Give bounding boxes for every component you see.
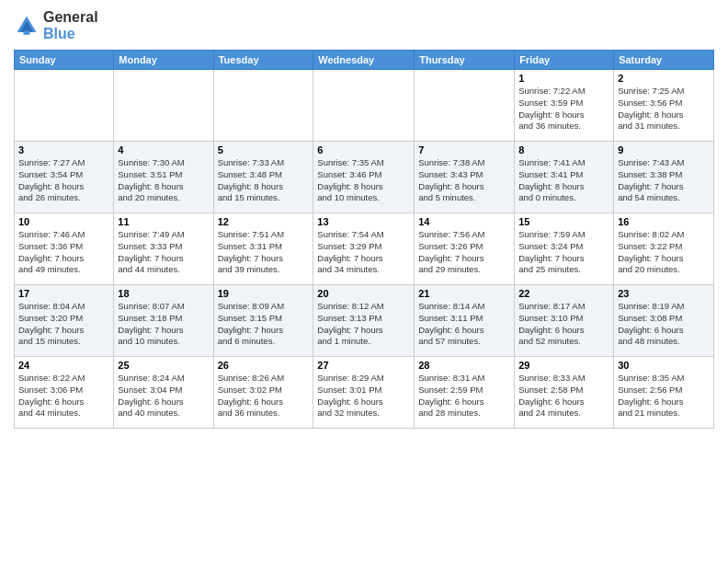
calendar-week-row: 24Sunrise: 8:22 AM Sunset: 3:06 PM Dayli… [15,357,714,429]
day-info: Sunrise: 7:35 AM Sunset: 3:46 PM Dayligh… [317,157,410,204]
calendar-cell: 8Sunrise: 7:41 AM Sunset: 3:41 PM Daylig… [515,142,614,213]
calendar-cell: 16Sunrise: 8:02 AM Sunset: 3:22 PM Dayli… [614,213,714,285]
day-number: 24 [18,360,109,371]
day-number: 30 [618,360,710,371]
header: General Blue [14,9,714,42]
calendar-cell: 13Sunrise: 7:54 AM Sunset: 3:29 PM Dayli… [313,213,415,285]
calendar-cell: 14Sunrise: 7:56 AM Sunset: 3:26 PM Dayli… [415,213,515,285]
day-info: Sunrise: 8:22 AM Sunset: 3:06 PM Dayligh… [18,373,109,419]
day-info: Sunrise: 7:22 AM Sunset: 3:59 PM Dayligh… [518,86,609,132]
day-info: Sunrise: 8:26 AM Sunset: 3:02 PM Dayligh… [218,373,310,419]
day-number: 18 [118,288,209,299]
calendar-cell: 27Sunrise: 8:29 AM Sunset: 3:01 PM Dayli… [313,357,415,429]
calendar-cell: 26Sunrise: 8:26 AM Sunset: 3:02 PM Dayli… [213,357,313,429]
logo-icon [14,13,40,39]
day-info: Sunrise: 8:07 AM Sunset: 3:18 PM Dayligh… [118,301,209,348]
calendar-cell: 30Sunrise: 8:35 AM Sunset: 2:56 PM Dayli… [614,357,714,429]
day-number: 4 [118,144,209,155]
calendar-cell: 19Sunrise: 8:09 AM Sunset: 3:15 PM Dayli… [213,285,313,357]
page-container: General Blue SundayMondayTuesdayWednesda… [0,0,728,433]
day-info: Sunrise: 7:59 AM Sunset: 3:24 PM Dayligh… [518,229,609,276]
calendar-cell: 3Sunrise: 7:27 AM Sunset: 3:54 PM Daylig… [15,142,114,213]
day-number: 23 [618,288,710,299]
day-info: Sunrise: 7:54 AM Sunset: 3:29 PM Dayligh… [317,229,410,276]
calendar-cell: 15Sunrise: 7:59 AM Sunset: 3:24 PM Dayli… [515,213,614,285]
weekday-header: Sunday [15,51,114,70]
weekday-header: Friday [515,51,614,70]
calendar-week-row: 3Sunrise: 7:27 AM Sunset: 3:54 PM Daylig… [15,142,714,213]
day-info: Sunrise: 8:29 AM Sunset: 3:01 PM Dayligh… [317,373,410,419]
day-number: 7 [418,144,510,155]
calendar-table: SundayMondayTuesdayWednesdayThursdayFrid… [14,50,714,429]
day-number: 25 [118,360,209,371]
day-info: Sunrise: 7:46 AM Sunset: 3:36 PM Dayligh… [18,229,109,276]
weekday-header: Saturday [614,51,714,70]
calendar-cell: 20Sunrise: 8:12 AM Sunset: 3:13 PM Dayli… [313,285,415,357]
calendar-cell: 24Sunrise: 8:22 AM Sunset: 3:06 PM Dayli… [15,357,114,429]
calendar-cell: 11Sunrise: 7:49 AM Sunset: 3:33 PM Dayli… [114,213,213,285]
day-info: Sunrise: 7:38 AM Sunset: 3:43 PM Dayligh… [418,157,510,204]
day-info: Sunrise: 7:49 AM Sunset: 3:33 PM Dayligh… [118,229,209,276]
day-number: 19 [218,288,310,299]
day-number: 9 [618,144,710,155]
calendar-week-row: 10Sunrise: 7:46 AM Sunset: 3:36 PM Dayli… [15,213,714,285]
calendar-cell: 29Sunrise: 8:33 AM Sunset: 2:58 PM Dayli… [515,357,614,429]
calendar-cell: 28Sunrise: 8:31 AM Sunset: 2:59 PM Dayli… [415,357,515,429]
calendar-cell: 5Sunrise: 7:33 AM Sunset: 3:48 PM Daylig… [213,142,313,213]
calendar-cell: 21Sunrise: 8:14 AM Sunset: 3:11 PM Dayli… [415,285,515,357]
day-number: 22 [518,288,609,299]
calendar-cell: 7Sunrise: 7:38 AM Sunset: 3:43 PM Daylig… [415,142,515,213]
weekday-header: Wednesday [313,51,415,70]
day-number: 2 [618,73,710,84]
day-info: Sunrise: 8:35 AM Sunset: 2:56 PM Dayligh… [618,373,710,419]
day-info: Sunrise: 7:51 AM Sunset: 3:31 PM Dayligh… [218,229,310,276]
day-number: 15 [518,216,609,227]
day-number: 26 [218,360,310,371]
day-number: 11 [118,216,209,227]
day-number: 16 [618,216,710,227]
day-info: Sunrise: 8:12 AM Sunset: 3:13 PM Dayligh… [317,301,410,348]
svg-rect-2 [24,31,30,35]
day-info: Sunrise: 8:14 AM Sunset: 3:11 PM Dayligh… [418,301,510,348]
day-info: Sunrise: 7:43 AM Sunset: 3:38 PM Dayligh… [618,157,710,204]
day-number: 20 [317,288,410,299]
day-info: Sunrise: 8:33 AM Sunset: 2:58 PM Dayligh… [518,373,609,419]
day-number: 29 [518,360,609,371]
day-number: 3 [18,144,109,155]
day-info: Sunrise: 7:30 AM Sunset: 3:51 PM Dayligh… [118,157,209,204]
calendar-cell: 2Sunrise: 7:25 AM Sunset: 3:56 PM Daylig… [614,70,714,142]
day-info: Sunrise: 8:17 AM Sunset: 3:10 PM Dayligh… [518,301,609,348]
calendar-cell [15,70,114,142]
logo-text: General Blue [43,9,98,42]
calendar-cell: 23Sunrise: 8:19 AM Sunset: 3:08 PM Dayli… [614,285,714,357]
day-info: Sunrise: 7:27 AM Sunset: 3:54 PM Dayligh… [18,157,109,204]
day-number: 8 [518,144,609,155]
day-info: Sunrise: 8:31 AM Sunset: 2:59 PM Dayligh… [418,373,510,419]
day-info: Sunrise: 8:04 AM Sunset: 3:20 PM Dayligh… [18,301,109,348]
calendar-cell: 18Sunrise: 8:07 AM Sunset: 3:18 PM Dayli… [114,285,213,357]
day-number: 14 [418,216,510,227]
calendar-cell: 17Sunrise: 8:04 AM Sunset: 3:20 PM Dayli… [15,285,114,357]
calendar-cell: 4Sunrise: 7:30 AM Sunset: 3:51 PM Daylig… [114,142,213,213]
day-number: 13 [317,216,410,227]
day-number: 27 [317,360,410,371]
calendar-cell: 6Sunrise: 7:35 AM Sunset: 3:46 PM Daylig… [313,142,415,213]
day-info: Sunrise: 7:56 AM Sunset: 3:26 PM Dayligh… [418,229,510,276]
calendar-week-row: 17Sunrise: 8:04 AM Sunset: 3:20 PM Dayli… [15,285,714,357]
calendar-header-row: SundayMondayTuesdayWednesdayThursdayFrid… [15,51,714,70]
day-number: 12 [218,216,310,227]
calendar-cell: 12Sunrise: 7:51 AM Sunset: 3:31 PM Dayli… [213,213,313,285]
weekday-header: Tuesday [213,51,313,70]
day-info: Sunrise: 8:24 AM Sunset: 3:04 PM Dayligh… [118,373,209,419]
day-number: 5 [218,144,310,155]
day-number: 21 [418,288,510,299]
day-number: 1 [518,73,609,84]
calendar-cell [114,70,213,142]
day-info: Sunrise: 8:09 AM Sunset: 3:15 PM Dayligh… [218,301,310,348]
calendar-cell: 22Sunrise: 8:17 AM Sunset: 3:10 PM Dayli… [515,285,614,357]
calendar-week-row: 1Sunrise: 7:22 AM Sunset: 3:59 PM Daylig… [15,70,714,142]
calendar-cell: 25Sunrise: 8:24 AM Sunset: 3:04 PM Dayli… [114,357,213,429]
weekday-header: Thursday [415,51,515,70]
day-info: Sunrise: 7:41 AM Sunset: 3:41 PM Dayligh… [518,157,609,204]
day-number: 10 [18,216,109,227]
